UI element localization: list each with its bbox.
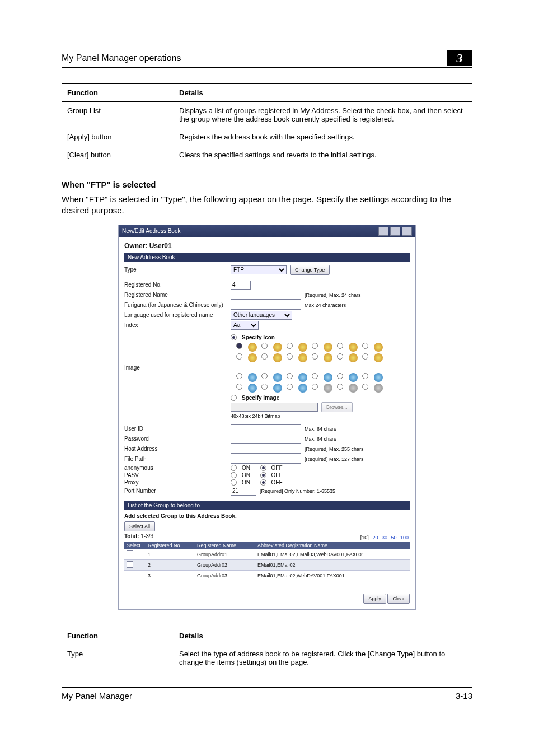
row-checkbox[interactable] (127, 550, 133, 557)
icon-radio[interactable] (362, 384, 368, 390)
building-icon[interactable] (374, 384, 383, 393)
icon-radio[interactable] (287, 343, 293, 349)
th-regno[interactable]: Registered No. (146, 542, 195, 549)
icon-radio[interactable] (236, 343, 242, 349)
apply-button[interactable]: Apply (363, 594, 386, 604)
group-icon[interactable] (298, 373, 307, 382)
proxy-off-radio[interactable] (260, 479, 266, 486)
specify-icon-radio[interactable] (231, 334, 237, 340)
th-regname[interactable]: Registered Name (195, 542, 255, 549)
port-input[interactable] (231, 487, 256, 496)
browse-button[interactable]: Browse... (321, 402, 353, 412)
proxy-label: Proxy (124, 479, 231, 486)
furigana-input[interactable] (231, 301, 301, 310)
pasv-on-radio[interactable] (231, 472, 237, 478)
export-icon[interactable] (378, 227, 388, 236)
person-icon[interactable] (374, 353, 383, 362)
group-icon[interactable] (248, 373, 257, 382)
th-abbr[interactable]: Abbreviated Registration Name (255, 542, 410, 549)
icon-radio[interactable] (362, 353, 368, 360)
change-type-button[interactable]: Change Type (290, 265, 330, 275)
icon-grid (236, 343, 393, 362)
cell-regno: 3 (146, 570, 195, 581)
person-icon[interactable] (324, 353, 332, 362)
group-icon[interactable] (273, 373, 282, 382)
refresh-icon[interactable] (390, 227, 400, 236)
icon-radio[interactable] (312, 373, 318, 379)
icon-radio[interactable] (312, 353, 318, 360)
person-icon[interactable] (298, 343, 307, 352)
group-icon[interactable] (374, 373, 383, 382)
function-table-2: Function Details Type Select the type of… (62, 627, 472, 671)
icon-radio[interactable] (261, 343, 268, 349)
anonymous-off-radio[interactable] (260, 465, 266, 471)
icon-radio[interactable] (312, 343, 318, 349)
regno-input[interactable] (231, 281, 251, 290)
person-icon[interactable] (273, 353, 282, 362)
host-input[interactable] (231, 445, 301, 454)
icon-radio[interactable] (337, 343, 343, 349)
icon-radio[interactable] (261, 384, 268, 390)
icon-radio[interactable] (236, 353, 242, 360)
pager-20[interactable]: 20 (372, 535, 378, 540)
row-checkbox[interactable] (127, 561, 133, 568)
person-icon[interactable] (248, 343, 257, 352)
building-icon[interactable] (349, 384, 358, 393)
password-input[interactable] (231, 435, 301, 444)
group-icon[interactable] (324, 373, 332, 382)
icon-radio[interactable] (312, 384, 318, 390)
icon-radio[interactable] (287, 353, 293, 360)
pager-50[interactable]: 50 (391, 535, 396, 540)
userid-input[interactable] (231, 424, 301, 433)
owner-label: Owner: (124, 242, 147, 250)
person-icon[interactable] (324, 343, 332, 352)
person-icon[interactable] (349, 343, 358, 352)
row-checkbox[interactable] (127, 572, 133, 578)
group-icon[interactable] (349, 373, 358, 382)
pager-30[interactable]: 30 (382, 535, 387, 540)
icon-radio[interactable] (337, 353, 343, 360)
icon-radio[interactable] (337, 373, 343, 379)
person-icon[interactable] (374, 343, 383, 352)
owner-line: Owner: User01 (124, 242, 410, 250)
cell-func: Type (62, 645, 174, 671)
language-select[interactable]: Other languages (231, 311, 292, 320)
icon-radio[interactable] (287, 373, 293, 379)
userid-note: Max. 64 chars (305, 426, 336, 432)
person-icon[interactable] (273, 343, 282, 352)
icon-radio[interactable] (261, 373, 268, 379)
person-icon[interactable] (248, 353, 257, 362)
section-heading: When "FTP" is selected (62, 180, 472, 189)
select-all-button[interactable]: Select All (124, 521, 155, 531)
regname-input[interactable] (231, 291, 301, 300)
index-select[interactable]: Aa (231, 321, 259, 330)
pasv-off-radio[interactable] (260, 472, 266, 478)
off-label: OFF (271, 479, 283, 486)
icon-radio[interactable] (287, 384, 293, 390)
proxy-on-radio[interactable] (231, 479, 237, 486)
group-icon[interactable] (273, 384, 282, 393)
cell-details: Registers the address book with the spec… (174, 128, 472, 146)
specify-image-radio[interactable] (231, 395, 237, 401)
filepath-input[interactable] (231, 455, 301, 464)
person-icon[interactable] (349, 353, 358, 362)
building-icon[interactable] (324, 384, 332, 393)
icon-radio[interactable] (362, 343, 368, 349)
group-icon[interactable] (298, 384, 307, 393)
icon-radio[interactable] (261, 353, 268, 360)
help-icon[interactable] (402, 227, 412, 236)
pager-100[interactable]: 100 (400, 535, 409, 540)
footer-right: 3-13 (456, 691, 472, 701)
person-icon[interactable] (298, 353, 307, 362)
pager-10[interactable]: [10] (360, 535, 369, 540)
clear-button[interactable]: Clear (387, 594, 410, 604)
icon-radio[interactable] (337, 384, 343, 390)
anonymous-on-radio[interactable] (231, 465, 237, 471)
icon-radio[interactable] (236, 384, 242, 390)
group-icon[interactable] (248, 384, 257, 393)
icon-radio[interactable] (362, 373, 368, 379)
icon-radio[interactable] (236, 373, 242, 379)
cell-regname: GroupAddr02 (195, 559, 255, 570)
type-select[interactable]: FTP (231, 265, 287, 274)
cell-regname: GroupAddr03 (195, 570, 255, 581)
